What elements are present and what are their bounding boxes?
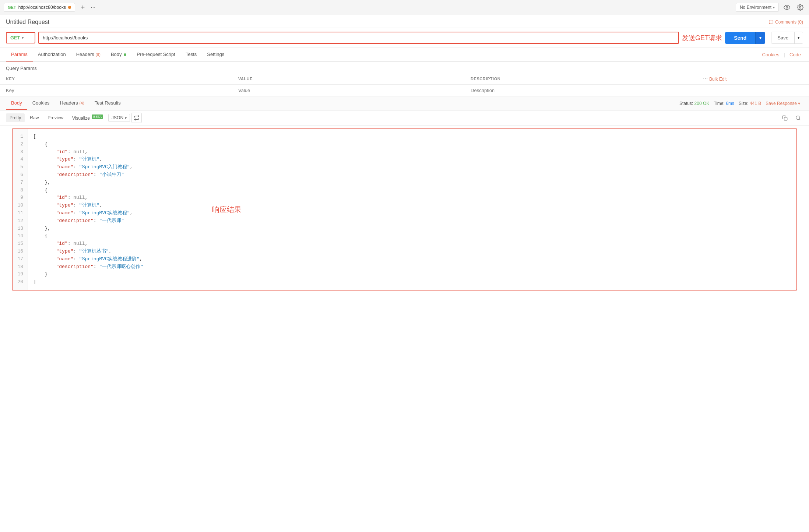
format-bar: Pretty Raw Preview Visualize BETA JSON ▾ <box>0 110 809 126</box>
url-input-wrapper <box>38 32 679 44</box>
svg-point-0 <box>786 7 788 8</box>
tab-dot <box>68 6 71 9</box>
fmt-pretty[interactable]: Pretty <box>6 113 25 122</box>
resp-tab-cookies[interactable]: Cookies <box>27 96 55 110</box>
response-section: Body Cookies Headers (4) Test Results St… <box>0 96 809 290</box>
status-stat: Status: 200 OK <box>679 101 709 106</box>
eye-icon-button[interactable] <box>782 2 792 13</box>
svg-line-4 <box>799 119 800 120</box>
tab-params[interactable]: Params <box>6 48 33 61</box>
line-numbers: 1 2 3 4 5 6 7 8 9 10 11 12 13 14 15 16 1… <box>13 129 28 290</box>
top-bar-right: No Environment ▾ <box>736 2 805 13</box>
status-value: 200 OK <box>694 101 710 106</box>
code-content: [ { "id": null, "type": "计算机", "name": "… <box>28 129 796 290</box>
gear-icon-button[interactable] <box>795 2 805 13</box>
json-format-selector[interactable]: JSON ▾ <box>108 114 130 122</box>
save-dropdown-button[interactable]: ▾ <box>794 32 803 43</box>
chevron-down-icon: ▾ <box>773 6 775 10</box>
tab-right-actions: Cookies | Code <box>760 48 803 61</box>
code-area[interactable]: 1 2 3 4 5 6 7 8 9 10 11 12 13 14 15 16 1… <box>12 128 797 290</box>
fmt-preview[interactable]: Preview <box>44 113 67 122</box>
environment-selector[interactable]: No Environment ▾ <box>736 3 779 12</box>
tab-url: http://localhost:80/books <box>18 5 66 10</box>
send-button[interactable]: Send <box>725 32 755 44</box>
top-bar: GET http://localhost:80/books + ··· No E… <box>0 0 809 15</box>
param-placeholder-row <box>0 85 809 96</box>
comments-label: Comments (0) <box>775 20 803 25</box>
size-stat: Size: 441 B <box>739 101 761 106</box>
browser-tab[interactable]: GET http://localhost:80/books <box>4 3 75 12</box>
time-stat: Time: 6ms <box>714 101 734 106</box>
size-value: 441 B <box>750 101 761 106</box>
response-status-bar: Status: 200 OK Time: 6ms Size: 441 B Sav… <box>676 101 803 106</box>
params-table: KEY VALUE DESCRIPTION ··· Bulk Edit <box>0 73 809 96</box>
send-dropdown-button[interactable]: ▾ <box>755 32 765 44</box>
fmt-raw[interactable]: Raw <box>26 113 42 122</box>
code-area-wrapper: 1 2 3 4 5 6 7 8 9 10 11 12 13 14 15 16 1… <box>6 128 803 290</box>
time-value: 6ms <box>726 101 734 106</box>
value-input[interactable] <box>238 88 459 93</box>
wrap-button[interactable] <box>131 113 142 123</box>
bulk-edit-button[interactable]: Bulk Edit <box>709 77 727 82</box>
save-button-group: Save ▾ <box>771 32 803 44</box>
description-input[interactable] <box>471 88 691 93</box>
search-button[interactable] <box>793 113 803 123</box>
new-tab-button[interactable]: + <box>78 3 88 12</box>
tab-pre-script[interactable]: Pre-request Script <box>131 48 180 61</box>
key-input[interactable] <box>6 88 226 93</box>
tab-method: GET <box>8 5 16 10</box>
method-chevron-icon: ▾ <box>22 36 24 40</box>
title-bar: Untitled Request Comments (0) <box>0 15 809 28</box>
url-input[interactable] <box>39 32 678 43</box>
svg-point-3 <box>796 116 799 119</box>
headers-badge: (9) <box>95 52 100 57</box>
request-tabs: Params Authorization Headers (9) Body Pr… <box>0 48 809 62</box>
save-button[interactable]: Save <box>771 32 794 43</box>
json-chevron-icon: ▾ <box>125 116 127 120</box>
send-annotation: 发送GET请求 <box>682 34 722 42</box>
copy-button[interactable] <box>780 113 790 123</box>
method-label: GET <box>10 35 20 40</box>
comments-button[interactable]: Comments (0) <box>768 20 803 25</box>
more-tabs-button[interactable]: ··· <box>91 4 95 11</box>
tab-authorization[interactable]: Authorization <box>33 48 71 61</box>
query-params-section: Query Params KEY VALUE DESCRIPTION ··· B… <box>0 62 809 96</box>
fmt-visualize[interactable]: Visualize BETA <box>68 113 107 123</box>
response-tabs: Body Cookies Headers (4) Test Results St… <box>0 96 809 110</box>
col-description: DESCRIPTION <box>465 73 697 85</box>
format-bar-right <box>780 113 803 123</box>
resp-headers-badge: (4) <box>79 101 84 105</box>
tab-settings[interactable]: Settings <box>202 48 229 61</box>
save-response-button[interactable]: Save Response ▾ <box>766 101 800 106</box>
beta-badge: BETA <box>92 114 103 119</box>
cookies-link[interactable]: Cookies <box>760 48 782 61</box>
col-value: VALUE <box>232 73 465 85</box>
tab-tests[interactable]: Tests <box>180 48 202 61</box>
code-link[interactable]: Code <box>787 48 803 61</box>
resp-tab-headers[interactable]: Headers (4) <box>55 96 89 110</box>
env-label: No Environment <box>740 5 771 10</box>
method-selector[interactable]: GET ▾ <box>6 32 35 43</box>
query-params-label: Query Params <box>0 62 809 73</box>
tab-headers[interactable]: Headers (9) <box>71 48 106 61</box>
url-bar: GET ▾ 发送GET请求 Send ▾ Save ▾ <box>0 28 809 48</box>
more-options-button[interactable]: ··· <box>703 75 708 82</box>
resp-tab-test-results[interactable]: Test Results <box>89 96 126 110</box>
request-title: Untitled Request <box>6 19 49 25</box>
resp-tab-body[interactable]: Body <box>6 96 27 110</box>
send-button-group: Send ▾ <box>725 32 765 44</box>
svg-rect-2 <box>784 117 787 120</box>
body-dot <box>124 53 126 56</box>
col-key: KEY <box>0 73 232 85</box>
svg-point-1 <box>799 7 801 8</box>
col-actions: ··· Bulk Edit <box>697 73 809 85</box>
tab-body[interactable]: Body <box>106 48 131 61</box>
